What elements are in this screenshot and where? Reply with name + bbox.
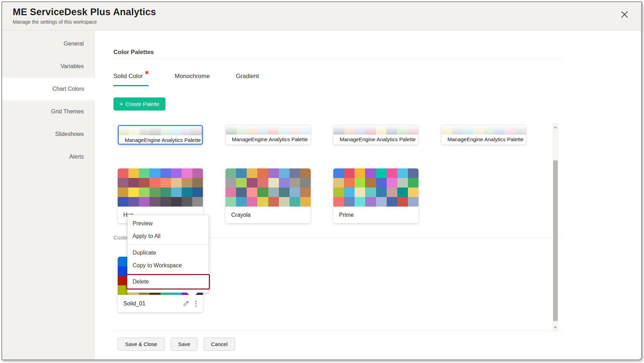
color-swatch xyxy=(139,197,150,207)
color-swatch xyxy=(258,125,268,135)
color-swatch xyxy=(160,197,171,207)
sidebar-item-alerts[interactable]: Alerts xyxy=(2,145,94,168)
color-swatch xyxy=(365,188,376,197)
tab-gradient[interactable]: Gradient xyxy=(236,73,259,86)
menu-item-copy-to-workspace[interactable]: Copy to Workspace xyxy=(128,259,209,272)
color-swatch xyxy=(181,126,191,135)
close-icon[interactable] xyxy=(620,10,629,19)
kebab-menu-icon[interactable] xyxy=(195,300,197,302)
color-swatch xyxy=(515,125,526,135)
dialog-header: ME ServiceDesk Plus Analytics Manage the… xyxy=(2,2,641,30)
color-swatch xyxy=(257,178,268,188)
scroll-up-arrow-icon[interactable] xyxy=(554,126,557,128)
color-swatch xyxy=(247,197,257,207)
menu-item-preview[interactable]: Preview xyxy=(128,217,209,230)
pencil-icon[interactable] xyxy=(183,300,189,307)
color-swatch xyxy=(268,197,279,207)
color-swatch xyxy=(441,125,452,135)
palette-name: Prime xyxy=(333,207,418,223)
color-swatch xyxy=(279,197,289,207)
color-swatch xyxy=(192,168,203,178)
palette-card-manageengine-3[interactable]: ManageEngine Analytics Palette xyxy=(333,125,418,145)
color-swatch xyxy=(334,125,344,135)
color-swatch xyxy=(300,188,311,197)
color-swatch xyxy=(171,188,182,197)
sidebar-item-grid-themes[interactable]: Grid Themes xyxy=(2,100,94,123)
color-swatch xyxy=(473,125,484,135)
menu-divider xyxy=(128,244,209,245)
save-button[interactable]: Save xyxy=(171,338,198,351)
palette-grid xyxy=(333,168,418,207)
palette-grid-row xyxy=(333,178,418,188)
color-swatch xyxy=(333,188,344,197)
sidebar-item-variables[interactable]: Variables xyxy=(2,55,94,78)
color-swatch xyxy=(397,168,408,178)
palette-name: Solid_01 xyxy=(123,300,183,307)
save-and-close-button[interactable]: Save & Close xyxy=(118,338,165,351)
color-swatch xyxy=(139,188,150,197)
sidebar-item-chart-colors[interactable]: Chart Colors xyxy=(2,78,95,100)
palette-grid-row xyxy=(226,178,311,188)
create-palette-label: Create Palette xyxy=(125,101,159,107)
color-swatch xyxy=(376,188,387,197)
color-swatch xyxy=(247,188,257,197)
sidebar-item-slideshows[interactable]: Slideshows xyxy=(2,123,94,145)
color-swatch xyxy=(128,188,139,197)
menu-item-delete[interactable]: Delete xyxy=(126,274,210,290)
create-palette-button[interactable]: + Create Palette xyxy=(113,97,165,111)
color-swatch xyxy=(289,188,300,197)
color-swatch xyxy=(365,197,376,207)
color-swatch xyxy=(150,188,160,197)
color-swatch xyxy=(300,168,311,178)
palette-strip xyxy=(226,125,310,135)
palette-card-prime[interactable]: Prime xyxy=(333,168,418,223)
color-swatch xyxy=(171,168,182,178)
palette-grid-row xyxy=(118,188,203,197)
menu-item-apply-to-all[interactable]: Apply to All xyxy=(128,230,209,243)
color-swatch xyxy=(365,168,376,178)
color-swatch xyxy=(236,125,247,135)
vertical-scrollbar[interactable] xyxy=(552,123,558,332)
scroll-down-arrow-icon[interactable] xyxy=(554,327,557,329)
tab-label: Solid Color xyxy=(113,73,143,79)
color-swatch xyxy=(139,178,150,188)
color-swatch xyxy=(397,178,408,188)
color-swatch xyxy=(408,178,418,188)
color-swatch xyxy=(268,188,279,197)
menu-item-duplicate[interactable]: Duplicate xyxy=(128,246,209,259)
tab-monochrome[interactable]: Monochrome xyxy=(175,73,210,86)
palette-grid-row xyxy=(333,188,418,197)
palette-card-manageengine-4[interactable]: ManageEngine Analytics Palette xyxy=(441,125,526,145)
color-swatch xyxy=(139,168,150,178)
color-swatch xyxy=(192,178,203,188)
sidebar-item-general[interactable]: General xyxy=(2,32,94,55)
color-swatch xyxy=(257,188,268,197)
color-swatch xyxy=(505,125,515,135)
color-swatch xyxy=(171,197,182,207)
scrollbar-thumb[interactable] xyxy=(553,160,558,321)
color-swatch xyxy=(192,188,203,197)
color-swatch xyxy=(128,178,139,188)
tab-solid-color[interactable]: Solid Color xyxy=(113,73,148,86)
color-swatch xyxy=(408,197,418,207)
color-swatch xyxy=(300,125,310,135)
palette-type-tabs: Solid Color Monochrome Gradient xyxy=(113,73,285,86)
color-swatch xyxy=(387,168,397,178)
palette-card-manageengine-1[interactable]: ManageEngine Analytics Palette xyxy=(118,125,203,145)
palette-card-manageengine-2[interactable]: ManageEngine Analytics Palette xyxy=(226,125,311,145)
color-swatch xyxy=(463,125,473,135)
color-swatch xyxy=(247,168,257,178)
palette-card-crayola[interactable]: Crayola xyxy=(226,168,311,223)
color-swatch xyxy=(182,178,192,188)
color-swatch xyxy=(289,168,300,178)
cancel-button[interactable]: Cancel xyxy=(204,338,235,351)
color-swatch xyxy=(376,178,387,188)
page-title: Color Palettes xyxy=(113,49,154,56)
color-swatch xyxy=(397,197,408,207)
notification-dot xyxy=(145,71,148,74)
color-swatch xyxy=(387,197,397,207)
color-swatch xyxy=(119,126,129,135)
color-swatch xyxy=(355,197,365,207)
color-swatch xyxy=(408,188,418,197)
color-swatch xyxy=(386,125,397,135)
